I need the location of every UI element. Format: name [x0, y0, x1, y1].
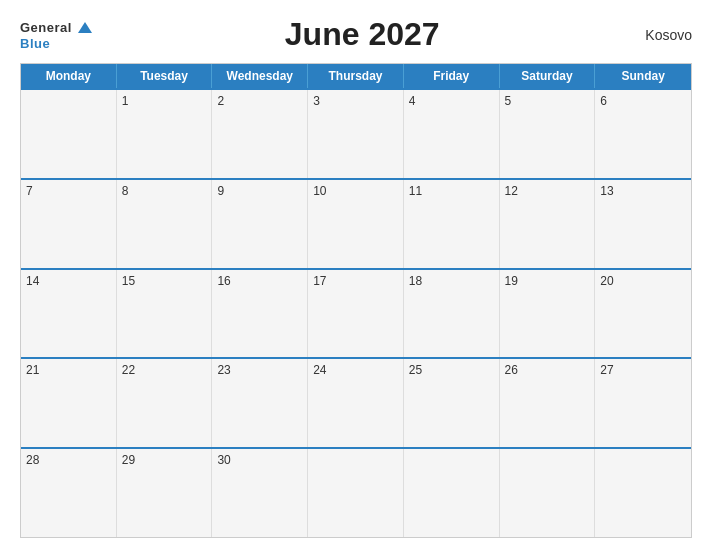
- day-number: 28: [26, 453, 111, 467]
- day-number: 12: [505, 184, 590, 198]
- calendar-day-cell: [21, 90, 117, 178]
- calendar-day-cell: 14: [21, 270, 117, 358]
- calendar-day-cell: 1: [117, 90, 213, 178]
- calendar-week-5: 282930: [21, 447, 691, 537]
- calendar-day-cell: 29: [117, 449, 213, 537]
- logo-row1: General: [20, 19, 92, 35]
- day-of-week-wednesday: Wednesday: [212, 64, 308, 88]
- logo: General Blue: [20, 19, 92, 51]
- day-number: 30: [217, 453, 302, 467]
- day-number: 9: [217, 184, 302, 198]
- day-number: 1: [122, 94, 207, 108]
- day-number: 29: [122, 453, 207, 467]
- calendar-title: June 2027: [92, 16, 632, 53]
- day-number: 20: [600, 274, 686, 288]
- calendar-day-cell: 12: [500, 180, 596, 268]
- calendar-day-cell: [308, 449, 404, 537]
- logo-blue-text: Blue: [20, 36, 50, 51]
- calendar-day-cell: [595, 449, 691, 537]
- calendar-day-cell: 22: [117, 359, 213, 447]
- calendar: MondayTuesdayWednesdayThursdayFridaySatu…: [20, 63, 692, 538]
- calendar-day-cell: [404, 449, 500, 537]
- day-number: 13: [600, 184, 686, 198]
- calendar-day-cell: [500, 449, 596, 537]
- calendar-day-cell: 10: [308, 180, 404, 268]
- day-number: 16: [217, 274, 302, 288]
- calendar-week-3: 14151617181920: [21, 268, 691, 358]
- calendar-day-cell: 18: [404, 270, 500, 358]
- day-of-week-monday: Monday: [21, 64, 117, 88]
- day-number: 10: [313, 184, 398, 198]
- day-number: 11: [409, 184, 494, 198]
- calendar-week-2: 78910111213: [21, 178, 691, 268]
- calendar-day-cell: 17: [308, 270, 404, 358]
- day-number: 18: [409, 274, 494, 288]
- calendar-day-cell: 28: [21, 449, 117, 537]
- logo-triangle-icon: [78, 22, 92, 33]
- country-label: Kosovo: [632, 27, 692, 43]
- calendar-day-cell: 3: [308, 90, 404, 178]
- day-number: 6: [600, 94, 686, 108]
- day-number: 3: [313, 94, 398, 108]
- calendar-day-cell: 25: [404, 359, 500, 447]
- day-of-week-saturday: Saturday: [500, 64, 596, 88]
- calendar-day-cell: 11: [404, 180, 500, 268]
- calendar-body: 1234567891011121314151617181920212223242…: [21, 88, 691, 537]
- day-number: 15: [122, 274, 207, 288]
- calendar-day-cell: 21: [21, 359, 117, 447]
- day-number: 4: [409, 94, 494, 108]
- day-number: 25: [409, 363, 494, 377]
- day-of-week-thursday: Thursday: [308, 64, 404, 88]
- day-number: 8: [122, 184, 207, 198]
- day-number: 7: [26, 184, 111, 198]
- day-number: 26: [505, 363, 590, 377]
- day-number: 14: [26, 274, 111, 288]
- day-of-week-friday: Friday: [404, 64, 500, 88]
- day-number: 24: [313, 363, 398, 377]
- day-number: 19: [505, 274, 590, 288]
- calendar-day-cell: 4: [404, 90, 500, 178]
- calendar-day-cell: 20: [595, 270, 691, 358]
- calendar-day-cell: 7: [21, 180, 117, 268]
- calendar-day-cell: 13: [595, 180, 691, 268]
- day-number: 23: [217, 363, 302, 377]
- calendar-day-cell: 26: [500, 359, 596, 447]
- day-number: 21: [26, 363, 111, 377]
- calendar-week-4: 21222324252627: [21, 357, 691, 447]
- calendar-week-1: 123456: [21, 88, 691, 178]
- day-number: 2: [217, 94, 302, 108]
- day-number: 5: [505, 94, 590, 108]
- calendar-day-cell: 8: [117, 180, 213, 268]
- calendar-day-cell: 9: [212, 180, 308, 268]
- calendar-day-cell: 23: [212, 359, 308, 447]
- day-number: 27: [600, 363, 686, 377]
- calendar-day-cell: 30: [212, 449, 308, 537]
- page: General Blue June 2027 Kosovo MondayTues…: [0, 0, 712, 550]
- header: General Blue June 2027 Kosovo: [20, 16, 692, 53]
- day-number: 22: [122, 363, 207, 377]
- calendar-day-cell: 5: [500, 90, 596, 178]
- logo-general-text: General: [20, 20, 72, 35]
- calendar-day-cell: 19: [500, 270, 596, 358]
- calendar-day-cell: 6: [595, 90, 691, 178]
- calendar-day-cell: 27: [595, 359, 691, 447]
- day-of-week-tuesday: Tuesday: [117, 64, 213, 88]
- calendar-day-cell: 2: [212, 90, 308, 178]
- day-number: 17: [313, 274, 398, 288]
- calendar-day-cell: 15: [117, 270, 213, 358]
- day-of-week-sunday: Sunday: [595, 64, 691, 88]
- calendar-header: MondayTuesdayWednesdayThursdayFridaySatu…: [21, 64, 691, 88]
- calendar-day-cell: 16: [212, 270, 308, 358]
- calendar-day-cell: 24: [308, 359, 404, 447]
